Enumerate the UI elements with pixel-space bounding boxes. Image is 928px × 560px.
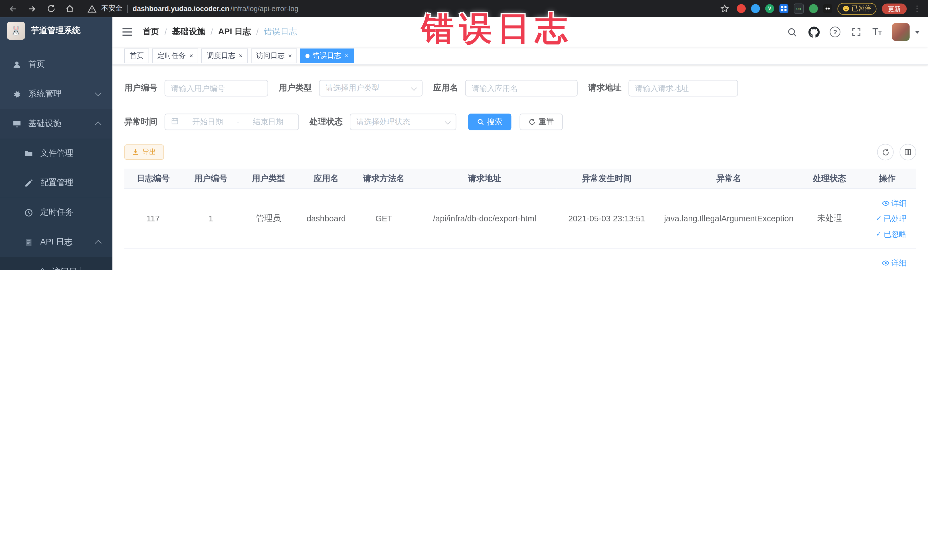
detail-link[interactable]: 详细 [882, 255, 907, 270]
breadcrumb-api-log[interactable]: API 日志 [218, 26, 251, 37]
search-button[interactable]: 搜索 [468, 113, 511, 130]
sidebar-logo[interactable]: 🐰 芋道管理系统 [0, 17, 112, 44]
breadcrumb-home[interactable]: 首页 [143, 26, 159, 37]
breadcrumb-infra[interactable]: 基础设施 [172, 26, 205, 37]
col-header-exception: 异常名 [657, 169, 801, 188]
user-id-input[interactable] [165, 80, 268, 96]
site-warning-icon[interactable] [88, 5, 96, 13]
status-cell: 未处理 [801, 189, 858, 249]
user-id-cell: 1 [182, 189, 240, 249]
back-icon[interactable] [6, 2, 20, 16]
sidebar-item-api-log[interactable]: API 日志 [0, 227, 112, 257]
url-domain: dashboard.yudao.iocoder.cn [133, 5, 229, 13]
address-divider [127, 5, 128, 13]
edit-icon [35, 267, 45, 270]
tab-schedule-log[interactable]: 调度日志× [201, 48, 248, 63]
request-url-input[interactable] [629, 80, 738, 96]
home-icon[interactable] [63, 2, 77, 16]
app-name-label: 应用名 [433, 83, 458, 93]
method-cell: GET [355, 189, 413, 249]
process-status-label: 处理状态 [310, 117, 343, 127]
font-size-icon[interactable]: TT [872, 27, 882, 37]
search-icon[interactable] [786, 26, 798, 38]
extension-icon-vue[interactable]: V [765, 4, 774, 13]
sidebar-item-system[interactable]: 系统管理 [0, 79, 112, 109]
avatar[interactable] [892, 23, 910, 41]
avatar-caret-icon[interactable] [915, 31, 920, 34]
sidebar-item-infra[interactable]: 基础设施 [0, 109, 112, 139]
sidebar-item-config[interactable]: 配置管理 [0, 168, 112, 198]
github-icon[interactable] [808, 26, 820, 38]
tab-close-icon[interactable]: × [239, 52, 243, 59]
user-type-cell: 管理员 [240, 189, 297, 249]
mark-ignored-link[interactable]: ✓已忽略 [876, 226, 907, 241]
tab-jobs[interactable]: 定时任务× [152, 48, 198, 63]
paused-badge[interactable]: 已暂停 [838, 3, 877, 14]
exception-time-label: 异常时间 [124, 117, 157, 127]
start-date-placeholder: 开始日期 [183, 117, 232, 127]
search-icon [477, 118, 484, 125]
extension-icon-leaf[interactable] [809, 4, 818, 13]
app-name-cell: dashboard [297, 248, 355, 270]
exception-cell: java.lang.IllegalArgumentException [657, 248, 801, 270]
bookmark-star-icon[interactable] [717, 2, 731, 16]
user-icon [12, 60, 21, 69]
download-icon [132, 149, 139, 156]
user-type-cell: 管理员 [240, 248, 297, 270]
user-id-label: 用户编号 [124, 83, 157, 93]
sidebar-item-files[interactable]: 文件管理 [0, 138, 112, 168]
extension-icon-proxy[interactable]: on [794, 3, 804, 14]
edit-icon [24, 178, 33, 188]
fullscreen-icon[interactable] [850, 26, 862, 38]
refresh-icon [882, 148, 889, 156]
extensions-area: V on 已暂停 更新 ⋮ [717, 2, 922, 16]
active-tab-dot [305, 53, 310, 58]
app-name-input[interactable] [465, 80, 578, 96]
col-header-url: 请求地址 [413, 169, 557, 188]
breadcrumb: 首页 / 基础设施 / API 日志 / 错误日志 [143, 26, 297, 37]
sidebar-item-home[interactable]: 首页 [0, 50, 112, 79]
process-status-select[interactable]: 请选择处理状态 [350, 113, 456, 130]
refresh-table-button[interactable] [877, 144, 894, 160]
tab-close-icon[interactable]: × [189, 52, 193, 59]
range-separator: - [237, 117, 239, 127]
extension-icon-record[interactable] [737, 4, 746, 13]
extension-icon-grid[interactable] [779, 4, 788, 13]
forward-icon[interactable] [25, 2, 39, 16]
monitor-icon [12, 119, 21, 128]
help-icon[interactable]: ? [830, 26, 840, 37]
chevron-down-icon [95, 90, 102, 96]
reload-icon[interactable] [44, 2, 58, 16]
folder-icon [24, 149, 33, 158]
check-icon: ✓ [876, 211, 882, 226]
reset-button[interactable]: 重置 [519, 113, 563, 130]
tab-close-icon[interactable]: × [288, 52, 292, 59]
browser-menu-icon[interactable]: ⋮ [912, 4, 922, 13]
update-button[interactable]: 更新 [882, 3, 907, 14]
tab-close-icon[interactable]: × [345, 52, 348, 59]
tab-error-log[interactable]: 错误日志× [300, 48, 354, 63]
detail-link[interactable]: 详细 [882, 196, 907, 211]
address-bar[interactable]: 不安全 dashboard.yudao.iocoder.cn/infra/log… [88, 3, 713, 14]
user-type-select[interactable]: 请选择用户类型 [319, 80, 423, 96]
tab-home[interactable]: 首页 [124, 48, 149, 63]
tags-view: 首页 定时任务× 调度日志× 访问日志× 错误日志× [112, 47, 928, 65]
end-date-placeholder: 结束日期 [244, 117, 292, 127]
sidebar-item-jobs[interactable]: 定时任务 [0, 198, 112, 227]
column-settings-button[interactable] [899, 144, 916, 160]
breadcrumb-current: 错误日志 [264, 26, 297, 37]
mark-processed-link[interactable]: ✓已处理 [876, 211, 907, 226]
clock-icon [24, 208, 33, 217]
sidebar-item-access-log[interactable]: 访问日志 [0, 257, 112, 270]
sidebar-menu: 首页 系统管理 基础设施 文件管理 配置管理 [0, 44, 112, 270]
col-header-time: 异常发生时间 [557, 169, 657, 188]
url-cell: /api/infra/db-doc/export-html [413, 189, 557, 249]
export-button[interactable]: 导出 [124, 144, 164, 160]
browser-toolbar: 不安全 dashboard.yudao.iocoder.cn/infra/log… [0, 0, 928, 17]
extension-icon-tampermonkey[interactable] [823, 4, 832, 13]
tab-access-log[interactable]: 访问日志× [251, 48, 297, 63]
extension-icon-drop[interactable] [751, 4, 760, 13]
url-cell: /api/infra/db-doc/export-html [413, 248, 557, 270]
hamburger-icon[interactable] [121, 26, 133, 38]
date-range-picker[interactable]: 开始日期 - 结束日期 [165, 113, 299, 130]
